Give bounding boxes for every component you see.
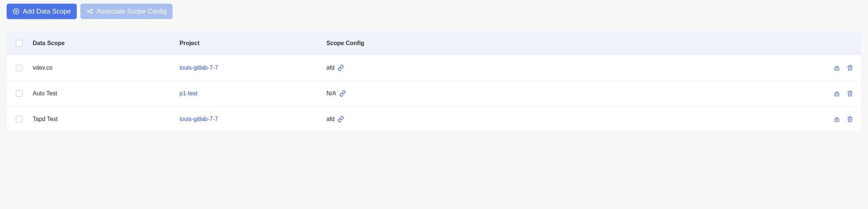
svg-point-3	[87, 11, 89, 12]
link-icon[interactable]	[337, 65, 344, 71]
column-header-project: Project	[180, 40, 326, 47]
scope-config-value: N/A	[326, 90, 336, 97]
table-header: Data Scope Project Scope Config	[7, 32, 861, 55]
clear-icon[interactable]	[833, 115, 840, 123]
column-header-scope-config: Scope Config	[326, 40, 824, 47]
trash-icon[interactable]	[846, 115, 854, 123]
scope-config-value: afd	[326, 116, 334, 122]
row-checkbox[interactable]	[16, 116, 22, 122]
clear-icon[interactable]	[833, 64, 840, 72]
toolbar: Add Data Scope Associate Scope Config	[7, 4, 861, 19]
data-scope-table: Data Scope Project Scope Config vdev.co …	[7, 32, 861, 132]
associate-scope-config-label: Associate Scope Config	[97, 8, 167, 15]
project-link[interactable]: louis-gitlab-7-7	[180, 116, 218, 122]
add-data-scope-label: Add Data Scope	[23, 8, 71, 15]
table-row: Tapd Test louis-gitlab-7-7 afd	[7, 106, 861, 132]
svg-line-6	[89, 10, 91, 11]
data-scope-cell: Tapd Test	[33, 116, 180, 122]
project-link[interactable]: p1-test	[180, 90, 198, 96]
gear-share-icon	[86, 8, 94, 15]
trash-icon[interactable]	[846, 64, 854, 72]
table-row: vdev.co louis-gitlab-7-7 afd	[7, 55, 861, 80]
svg-line-7	[89, 12, 91, 12]
add-data-scope-button[interactable]: Add Data Scope	[7, 4, 77, 19]
data-scope-cell: Auto Test	[33, 90, 180, 97]
data-scope-cell: vdev.co	[33, 65, 180, 71]
row-checkbox[interactable]	[16, 65, 22, 71]
link-icon[interactable]	[337, 116, 344, 122]
row-checkbox[interactable]	[16, 90, 22, 97]
clear-icon[interactable]	[833, 90, 840, 97]
trash-icon[interactable]	[846, 90, 854, 97]
link-icon[interactable]	[339, 90, 346, 97]
scope-config-value: afd	[326, 65, 334, 71]
table-row: Auto Test p1-test N/A	[7, 80, 861, 106]
project-link[interactable]: louis-gitlab-7-7	[180, 65, 218, 71]
associate-scope-config-button: Associate Scope Config	[80, 4, 173, 19]
select-all-checkbox[interactable]	[16, 40, 22, 47]
plus-circle-icon	[12, 8, 20, 15]
column-header-data-scope: Data Scope	[33, 40, 180, 47]
